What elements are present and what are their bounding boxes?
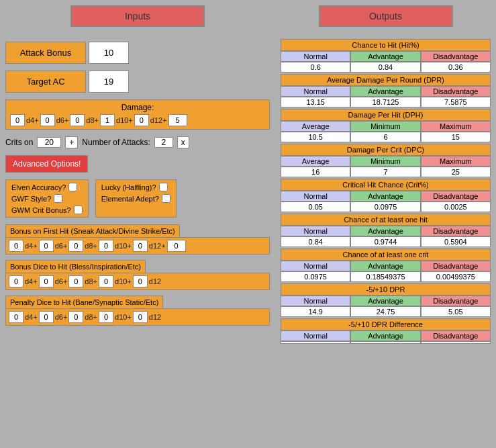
output-col-label-2-1: Minimum <box>350 121 420 132</box>
left-panel: Inputs Attack Bonus 10 Target AC 19 Dama… <box>0 0 275 351</box>
output-section-header-4: Critical Hit Chance (Crit%) <box>281 179 491 191</box>
output-value-0-2: 0.36 <box>421 62 491 73</box>
bhit-d10-count[interactable] <box>99 275 113 287</box>
phit-d6-label: d6+ <box>55 313 68 321</box>
target-ac-value[interactable]: 19 <box>89 71 129 93</box>
checkboxes-section: Elven Accuracy? GWF Style? GWM Crit Bonu… <box>5 179 270 218</box>
output-subheader-2: AverageMinimumMaximum <box>281 121 491 132</box>
output-value-8-0 <box>281 341 350 344</box>
output-section-header-2: Damage Per Hit (DPH) <box>281 109 491 121</box>
sneak-d6-count[interactable] <box>39 240 54 252</box>
damage-label: Damage: <box>10 103 265 112</box>
damage-d6-count[interactable] <box>40 114 55 126</box>
outputs-header: Outputs <box>319 5 453 27</box>
sneak-flat[interactable] <box>167 240 186 252</box>
output-value-2-1: 6 <box>350 132 420 142</box>
gwf-style-checkbox[interactable] <box>54 194 62 203</box>
output-subheader-5: NormalAdvantageDisadvantage <box>281 226 491 236</box>
bhit-d12-count[interactable] <box>133 275 148 287</box>
bhit-d4-label: d4+ <box>25 277 38 285</box>
bhit-d6-count[interactable] <box>39 275 54 287</box>
output-section-header-6: Chance of at least one crit <box>281 249 491 261</box>
output-col-label-4-1: Advantage <box>350 191 420 201</box>
gwf-style-label: GWF Style? <box>11 195 51 203</box>
output-col-label-1-1: Advantage <box>350 86 420 97</box>
bhit-d8-count[interactable] <box>68 275 83 287</box>
sneak-d8-count[interactable] <box>68 240 83 252</box>
phit-d6-count[interactable] <box>39 311 54 323</box>
output-subheader-7: NormalAdvantageDisadvantage <box>281 296 491 306</box>
output-value-2-2: 15 <box>421 132 491 142</box>
output-value-1-2: 7.5875 <box>421 97 491 107</box>
damage-d8-count[interactable] <box>70 114 85 126</box>
output-subheader-3: AverageMinimumMaximum <box>281 156 491 167</box>
phit-d10-count[interactable] <box>99 311 113 323</box>
target-ac-label: Target AC <box>5 71 86 93</box>
output-values-3: 16725 <box>281 167 491 177</box>
penalty-hit-dice-row: d4+ d6+ d8+ d10+ d12 <box>5 308 270 326</box>
bonus-hit-dice-row: d4+ d6+ d8+ d10+ d12 <box>5 273 270 290</box>
output-value-6-0: 0.0975 <box>281 271 350 282</box>
output-col-label-8-2: Disadvantage <box>421 330 491 341</box>
penalty-hit-section: Penalty Dice to Hit (Bane/Synaptic Stati… <box>5 296 270 326</box>
elemental-adept-checkbox[interactable] <box>162 194 170 203</box>
crits-plus-button[interactable]: + <box>65 136 78 148</box>
damage-d12-count[interactable] <box>134 114 149 126</box>
damage-flat[interactable] <box>168 114 187 126</box>
bhit-d4-count[interactable] <box>9 275 23 287</box>
output-values-7: 14.924.755.05 <box>281 306 491 317</box>
output-value-4-2: 0.0025 <box>421 201 491 212</box>
damage-d10-count[interactable] <box>100 114 115 126</box>
sneak-d4-label: d4+ <box>25 242 38 250</box>
crits-on-label: Crits on <box>5 138 33 147</box>
bhit-d8-label: d8+ <box>85 277 97 285</box>
output-col-label-8-0: Normal <box>281 330 350 341</box>
checkboxes-right-col: Lucky (Halfling)? Elemental Adept? <box>95 179 177 218</box>
attack-bonus-value[interactable]: 10 <box>89 42 129 64</box>
phit-d12-count[interactable] <box>133 311 148 323</box>
output-col-label-2-2: Maximum <box>421 121 491 132</box>
lucky-checkbox[interactable] <box>159 183 168 191</box>
output-col-label-2-0: Average <box>281 121 350 132</box>
attacks-x-button[interactable]: x <box>177 136 189 148</box>
gwm-crit-checkbox[interactable] <box>74 206 83 214</box>
output-values-0: 0.60.840.36 <box>281 62 491 73</box>
output-value-7-0: 14.9 <box>281 306 350 317</box>
output-col-label-0-2: Disadvantage <box>421 51 491 62</box>
damage-d4-count[interactable] <box>10 114 25 126</box>
phit-d10-label: d10+ <box>115 313 132 321</box>
output-subheader-4: NormalAdvantageDisadvantage <box>281 191 491 201</box>
gwm-crit-label: GWM Crit Bonus? <box>11 206 71 214</box>
elven-accuracy-checkbox[interactable] <box>68 183 77 191</box>
output-value-7-1: 24.75 <box>350 306 420 317</box>
output-values-4: 0.050.09750.0025 <box>281 201 491 212</box>
damage-d6-label: d6+ <box>56 116 69 124</box>
output-col-label-8-1: Advantage <box>350 330 420 341</box>
output-col-label-6-1: Advantage <box>350 261 420 271</box>
elven-accuracy-label: Elven Accuracy? <box>11 183 66 191</box>
output-section-1: Average Damage Per Round (DPR)NormalAdva… <box>281 74 491 107</box>
output-value-3-1: 7 <box>350 167 420 177</box>
output-section-header-3: Damage Per Crit (DPC) <box>281 144 491 156</box>
phit-d4-count[interactable] <box>9 311 23 323</box>
crits-row: Crits on + Number of Attacks: x <box>5 136 270 148</box>
sneak-attack-section: Bonus on First Hit (Sneak Attack/Divine … <box>5 224 270 255</box>
output-section-8: -5/+10 DPR DifferenceNormalAdvantageDisa… <box>281 318 491 344</box>
phit-d8-count[interactable] <box>68 311 83 323</box>
damage-dice-row: d4+ d6+ d8+ d10+ d12+ <box>10 114 265 126</box>
output-values-1: 13.1518.71257.5875 <box>281 97 491 107</box>
crits-on-input[interactable] <box>37 137 61 148</box>
sneak-d10-label: d10+ <box>115 242 132 250</box>
lucky-label: Lucky (Halfling)? <box>101 183 156 191</box>
output-section-7: -5/+10 DPRNormalAdvantageDisadvantage14.… <box>281 283 491 317</box>
output-col-label-4-0: Normal <box>281 191 350 201</box>
sneak-d4-count[interactable] <box>9 240 23 252</box>
output-section-header-8: -5/+10 DPR Difference <box>281 318 491 330</box>
output-value-2-0: 10.5 <box>281 132 350 142</box>
attacks-input[interactable] <box>154 137 173 148</box>
sneak-d10-count[interactable] <box>99 240 113 252</box>
sneak-d12-count[interactable] <box>133 240 148 252</box>
advanced-options-button[interactable]: Advanced Options! <box>5 155 88 173</box>
output-subheader-6: NormalAdvantageDisadvantage <box>281 261 491 271</box>
penalty-hit-label: Penalty Dice to Hit (Bane/Synaptic Stati… <box>5 296 163 308</box>
